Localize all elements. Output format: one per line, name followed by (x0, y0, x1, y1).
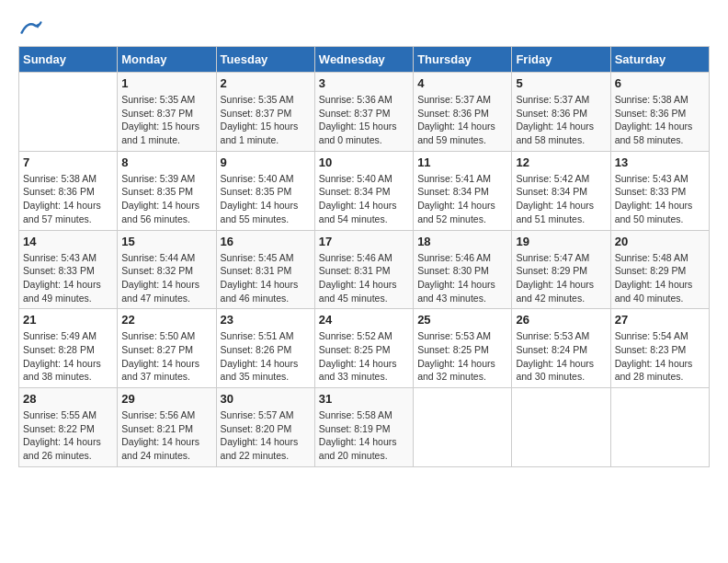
calendar-cell: 29Sunrise: 5:56 AM Sunset: 8:21 PM Dayli… (118, 388, 216, 467)
day-number: 12 (516, 155, 606, 169)
calendar-cell: 16Sunrise: 5:45 AM Sunset: 8:31 PM Dayli… (216, 230, 314, 309)
calendar-cell: 20Sunrise: 5:48 AM Sunset: 8:29 PM Dayli… (610, 230, 709, 309)
day-number: 11 (417, 155, 507, 169)
day-number: 19 (516, 235, 606, 248)
calendar-cell: 17Sunrise: 5:46 AM Sunset: 8:31 PM Dayli… (314, 230, 413, 309)
calendar-week-row: 7Sunrise: 5:38 AM Sunset: 8:36 PM Daylig… (19, 151, 710, 230)
day-number: 27 (615, 313, 705, 327)
day-number: 29 (121, 392, 211, 406)
calendar-week-row: 1Sunrise: 5:35 AM Sunset: 8:37 PM Daylig… (19, 73, 710, 152)
day-info: Sunrise: 5:44 AM Sunset: 8:32 PM Dayligh… (121, 251, 211, 305)
calendar-week-row: 28Sunrise: 5:55 AM Sunset: 8:22 PM Dayli… (19, 388, 710, 467)
day-info: Sunrise: 5:52 AM Sunset: 8:25 PM Dayligh… (319, 329, 409, 384)
day-number: 28 (23, 392, 113, 406)
calendar-cell: 31Sunrise: 5:58 AM Sunset: 8:19 PM Dayli… (314, 388, 413, 467)
day-number: 18 (417, 235, 507, 248)
calendar-cell: 19Sunrise: 5:47 AM Sunset: 8:29 PM Dayli… (512, 230, 610, 309)
calendar-cell: 15Sunrise: 5:44 AM Sunset: 8:32 PM Dayli… (118, 230, 216, 309)
day-info: Sunrise: 5:53 AM Sunset: 8:24 PM Dayligh… (516, 329, 606, 384)
day-info: Sunrise: 5:47 AM Sunset: 8:29 PM Dayligh… (516, 251, 606, 305)
calendar-cell: 3Sunrise: 5:36 AM Sunset: 8:37 PM Daylig… (314, 73, 413, 152)
day-number: 1 (121, 76, 211, 90)
day-info: Sunrise: 5:58 AM Sunset: 8:19 PM Dayligh… (319, 408, 409, 463)
day-info: Sunrise: 5:53 AM Sunset: 8:25 PM Dayligh… (417, 329, 507, 384)
day-number: 13 (615, 155, 705, 169)
day-number: 15 (121, 235, 211, 248)
day-info: Sunrise: 5:38 AM Sunset: 8:36 PM Dayligh… (615, 93, 705, 147)
day-number: 5 (516, 76, 606, 90)
calendar-cell: 26Sunrise: 5:53 AM Sunset: 8:24 PM Dayli… (512, 309, 610, 388)
calendar-cell (610, 388, 709, 467)
column-header-monday: Monday (118, 47, 216, 73)
day-number: 7 (23, 155, 113, 169)
calendar-cell: 6Sunrise: 5:38 AM Sunset: 8:36 PM Daylig… (610, 73, 709, 152)
calendar-cell: 28Sunrise: 5:55 AM Sunset: 8:22 PM Dayli… (19, 388, 118, 467)
calendar-cell: 7Sunrise: 5:38 AM Sunset: 8:36 PM Daylig… (19, 151, 118, 230)
calendar-cell: 27Sunrise: 5:54 AM Sunset: 8:23 PM Dayli… (610, 309, 709, 388)
day-info: Sunrise: 5:36 AM Sunset: 8:37 PM Dayligh… (319, 93, 409, 147)
day-number: 17 (319, 235, 409, 248)
column-header-tuesday: Tuesday (216, 47, 314, 73)
calendar-cell: 13Sunrise: 5:43 AM Sunset: 8:33 PM Dayli… (610, 151, 709, 230)
day-info: Sunrise: 5:40 AM Sunset: 8:34 PM Dayligh… (319, 172, 409, 226)
day-number: 20 (615, 235, 705, 248)
day-info: Sunrise: 5:57 AM Sunset: 8:20 PM Dayligh… (221, 408, 311, 463)
day-info: Sunrise: 5:54 AM Sunset: 8:23 PM Dayligh… (615, 329, 705, 384)
day-number: 9 (221, 155, 311, 169)
column-header-wednesday: Wednesday (314, 47, 413, 73)
calendar-cell: 8Sunrise: 5:39 AM Sunset: 8:35 PM Daylig… (118, 151, 216, 230)
calendar-cell: 18Sunrise: 5:46 AM Sunset: 8:30 PM Dayli… (414, 230, 512, 309)
day-number: 31 (319, 392, 409, 406)
calendar-cell: 1Sunrise: 5:35 AM Sunset: 8:37 PM Daylig… (118, 73, 216, 152)
day-info: Sunrise: 5:51 AM Sunset: 8:26 PM Dayligh… (221, 329, 311, 384)
calendar-week-row: 21Sunrise: 5:49 AM Sunset: 8:28 PM Dayli… (19, 309, 710, 388)
day-info: Sunrise: 5:38 AM Sunset: 8:36 PM Dayligh… (23, 172, 113, 226)
calendar-cell: 21Sunrise: 5:49 AM Sunset: 8:28 PM Dayli… (19, 309, 118, 388)
page-header (18, 18, 710, 37)
day-number: 24 (319, 313, 409, 327)
day-info: Sunrise: 5:43 AM Sunset: 8:33 PM Dayligh… (615, 172, 705, 226)
day-number: 30 (221, 392, 311, 406)
day-info: Sunrise: 5:46 AM Sunset: 8:31 PM Dayligh… (319, 251, 409, 305)
day-info: Sunrise: 5:43 AM Sunset: 8:33 PM Dayligh… (23, 251, 113, 305)
day-number: 14 (23, 235, 113, 248)
day-info: Sunrise: 5:55 AM Sunset: 8:22 PM Dayligh… (23, 408, 113, 463)
day-info: Sunrise: 5:39 AM Sunset: 8:35 PM Dayligh… (121, 172, 211, 226)
day-info: Sunrise: 5:46 AM Sunset: 8:30 PM Dayligh… (417, 251, 507, 305)
column-header-saturday: Saturday (610, 47, 709, 73)
calendar-cell: 10Sunrise: 5:40 AM Sunset: 8:34 PM Dayli… (314, 151, 413, 230)
day-number: 16 (221, 235, 311, 248)
column-header-sunday: Sunday (19, 47, 118, 73)
day-info: Sunrise: 5:56 AM Sunset: 8:21 PM Dayligh… (121, 408, 211, 463)
day-info: Sunrise: 5:40 AM Sunset: 8:35 PM Dayligh… (221, 172, 311, 226)
day-info: Sunrise: 5:42 AM Sunset: 8:34 PM Dayligh… (516, 172, 606, 226)
day-info: Sunrise: 5:35 AM Sunset: 8:37 PM Dayligh… (121, 93, 211, 147)
day-number: 21 (23, 313, 113, 327)
logo-bird-icon (20, 18, 42, 37)
calendar-table: SundayMondayTuesdayWednesdayThursdayFrid… (18, 46, 710, 467)
calendar-header-row: SundayMondayTuesdayWednesdayThursdayFrid… (19, 47, 710, 73)
calendar-cell: 25Sunrise: 5:53 AM Sunset: 8:25 PM Dayli… (414, 309, 512, 388)
calendar-cell (19, 73, 118, 152)
calendar-cell (414, 388, 512, 467)
logo (18, 18, 42, 37)
day-info: Sunrise: 5:35 AM Sunset: 8:37 PM Dayligh… (221, 93, 311, 147)
day-info: Sunrise: 5:50 AM Sunset: 8:27 PM Dayligh… (121, 329, 211, 384)
day-number: 10 (319, 155, 409, 169)
day-number: 22 (121, 313, 211, 327)
calendar-week-row: 14Sunrise: 5:43 AM Sunset: 8:33 PM Dayli… (19, 230, 710, 309)
calendar-cell: 5Sunrise: 5:37 AM Sunset: 8:36 PM Daylig… (512, 73, 610, 152)
day-number: 2 (221, 76, 311, 90)
calendar-cell: 9Sunrise: 5:40 AM Sunset: 8:35 PM Daylig… (216, 151, 314, 230)
day-info: Sunrise: 5:45 AM Sunset: 8:31 PM Dayligh… (221, 251, 311, 305)
day-number: 3 (319, 76, 409, 90)
day-info: Sunrise: 5:37 AM Sunset: 8:36 PM Dayligh… (516, 93, 606, 147)
calendar-cell: 12Sunrise: 5:42 AM Sunset: 8:34 PM Dayli… (512, 151, 610, 230)
day-number: 26 (516, 313, 606, 327)
calendar-cell: 4Sunrise: 5:37 AM Sunset: 8:36 PM Daylig… (414, 73, 512, 152)
column-header-friday: Friday (512, 47, 610, 73)
day-number: 6 (615, 76, 705, 90)
calendar-cell: 14Sunrise: 5:43 AM Sunset: 8:33 PM Dayli… (19, 230, 118, 309)
day-info: Sunrise: 5:37 AM Sunset: 8:36 PM Dayligh… (417, 93, 507, 147)
day-info: Sunrise: 5:41 AM Sunset: 8:34 PM Dayligh… (417, 172, 507, 226)
